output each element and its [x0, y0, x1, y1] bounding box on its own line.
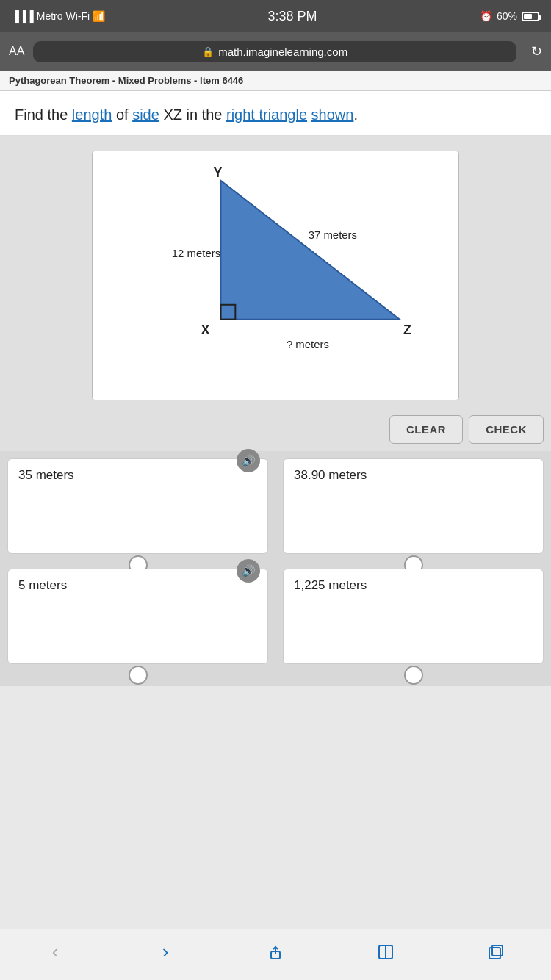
tabs-button[interactable]	[478, 934, 514, 970]
status-bar: ▐▐▐ Metro Wi-Fi 📶 3:38 PM ⏰ 60%	[0, 0, 551, 32]
question-text: Find the length of side XZ in the right …	[15, 104, 536, 125]
status-right: ⏰ 60%	[480, 10, 539, 22]
share-button[interactable]	[257, 934, 294, 970]
answer-text-2: 38.90 meters	[294, 468, 367, 482]
answer-text-4: 1,225 meters	[294, 578, 367, 592]
lock-icon: 🔒	[202, 46, 214, 57]
radio-button-3[interactable]	[129, 666, 148, 685]
side-yx-label: 12 meters	[172, 248, 220, 259]
diagram-container: Y X Z 12 meters 37 meters ? meters	[0, 136, 551, 408]
link-right-triangle[interactable]: right triangle	[226, 107, 307, 123]
answer-card-2: 38.90 meters	[283, 458, 544, 554]
signal-icon: ▐▐▐	[12, 10, 34, 22]
vertex-z-label: Z	[403, 323, 411, 337]
tab-title: Pythagorean Theorem - Mixed Problems - I…	[9, 75, 243, 86]
answer-card-1: 🔊 35 meters	[7, 458, 268, 554]
radio-button-4[interactable]	[404, 666, 423, 685]
tab-title-bar: Pythagorean Theorem - Mixed Problems - I…	[0, 71, 551, 91]
answer-text-1: 35 meters	[18, 468, 74, 482]
audio-button-1[interactable]: 🔊	[237, 449, 260, 472]
reload-icon[interactable]: ↻	[531, 43, 542, 60]
question-prefix: Find the	[15, 107, 72, 123]
audio-icon-1: 🔊	[242, 454, 256, 467]
check-button[interactable]: CHECK	[469, 415, 544, 444]
side-yz-label: 37 meters	[309, 229, 357, 241]
answer-cell-1: 🔊 35 meters	[0, 451, 276, 561]
question-mid1: of	[112, 107, 132, 123]
answer-cell-4: 1,225 meters	[276, 561, 551, 671]
battery-icon	[522, 12, 539, 21]
wifi-icon: 📶	[93, 10, 105, 22]
tabs-icon	[486, 943, 505, 962]
bookmark-button[interactable]	[367, 934, 404, 970]
svg-rect-6	[489, 948, 500, 959]
address-bar[interactable]: 🔒 math.imaginelearning.com	[33, 41, 516, 62]
font-size-control[interactable]: AA	[9, 45, 24, 58]
battery-percent: 60%	[497, 10, 517, 22]
question-mid2: XZ in the	[159, 107, 226, 123]
forward-button[interactable]: ›	[147, 934, 184, 970]
share-icon	[266, 943, 285, 962]
carrier-name: Metro Wi-Fi	[37, 10, 90, 22]
svg-marker-0	[220, 181, 400, 320]
clear-button[interactable]: CLEAR	[389, 415, 463, 444]
status-time: 3:38 PM	[268, 9, 317, 24]
answer-cell-3: 🔊 5 meters	[0, 561, 276, 671]
vertex-x-label: X	[201, 323, 210, 337]
link-shown[interactable]: shown	[311, 107, 354, 123]
question-suffix: .	[353, 107, 358, 123]
bottom-nav: ‹ ›	[0, 929, 551, 980]
main-content: Find the length of side XZ in the right …	[0, 91, 551, 929]
answer-card-4: 1,225 meters	[283, 569, 544, 664]
link-side[interactable]: side	[132, 107, 159, 123]
side-xz-label: ? meters	[287, 339, 329, 350]
answer-cell-2: 38.90 meters	[276, 451, 551, 561]
action-buttons-row: CLEAR CHECK	[0, 408, 551, 451]
answer-card-3: 🔊 5 meters	[7, 569, 268, 664]
alarm-icon: ⏰	[480, 10, 492, 22]
vertex-y-label: Y	[214, 165, 223, 180]
question-area: Find the length of side XZ in the right …	[0, 91, 551, 136]
answers-area: 🔊 35 meters 38.90 meters 🔊 5 met	[0, 451, 551, 686]
diagram-box: Y X Z 12 meters 37 meters ? meters	[92, 151, 459, 400]
back-button[interactable]: ‹	[37, 934, 73, 970]
answer-text-3: 5 meters	[18, 578, 67, 592]
status-left: ▐▐▐ Metro Wi-Fi 📶	[12, 10, 105, 22]
answers-grid: 🔊 35 meters 38.90 meters 🔊 5 met	[0, 451, 551, 671]
triangle-diagram: Y X Z 12 meters 37 meters ? meters	[93, 151, 458, 400]
url-bar: AA 🔒 math.imaginelearning.com ↻	[0, 32, 551, 71]
link-length[interactable]: length	[72, 107, 112, 123]
audio-icon-3: 🔊	[242, 564, 256, 577]
audio-button-3[interactable]: 🔊	[237, 559, 260, 583]
book-icon	[376, 943, 395, 962]
url-text: math.imaginelearning.com	[218, 46, 347, 58]
